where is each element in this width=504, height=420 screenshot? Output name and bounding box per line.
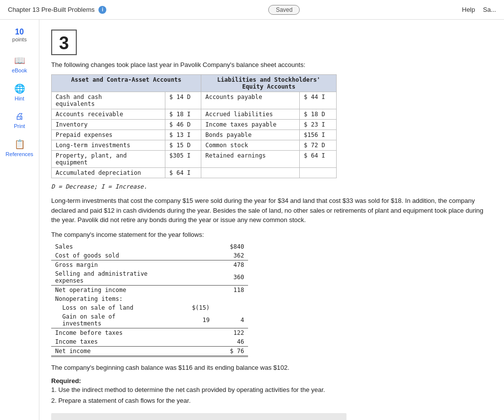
bs-row-4: Prepaid expenses $ 13 I Bonds payable $1… [52,130,337,140]
bs-left-label-6: Property, plant, andequipment [52,151,165,168]
is-label-taxes: Income taxes [51,337,179,347]
is-col2-netincome: $ 76 [214,346,248,356]
is-col1-loss-land: $(15) [179,303,214,312]
sidebar-item-references[interactable]: 📋 References [0,134,39,162]
is-row-nonop-header: Nonoperating items: [51,294,248,303]
bs-header-left: Asset and Contra-Asset Accounts [52,75,201,92]
bs-left-label-2: Accounts receivable [52,109,165,120]
content-area: 3 The following changes took place last … [39,20,504,420]
cta-box: Complete this question by entering your … [51,413,346,420]
bs-left-label-5: Long-term investments [52,140,165,151]
bs-right-label-5: Common stock [201,140,300,151]
is-row-gross: Gross margin 478 [51,260,248,269]
required-label: Required: [51,377,492,385]
bs-right-label-2: Accrued liabilities [201,109,300,120]
ebook-label: eBook [12,67,27,73]
is-col2-gross: 478 [214,260,248,269]
bs-row-2: Accounts receivable $ 18 I Accrued liabi… [52,109,337,120]
top-bar: Chapter 13 Pre-Built Problems i Saved He… [0,0,504,20]
is-col2-loss-land [214,303,248,312]
bs-row-1: Cash and cashequivalents $ 14 D Accounts… [52,92,337,109]
is-label-netincome: Net income [51,346,179,356]
bs-right-amt-2: $ 18 D [300,109,337,120]
bs-left-amt-1: $ 14 D [165,92,201,109]
print-icon: 🖨 [15,111,24,122]
is-col2-nonop-header [214,294,248,303]
is-col2-noi: 118 [214,285,248,294]
decrease-increase-note: D = Decrease; I = Increase. [51,183,492,190]
is-col2-ibt: 122 [214,328,248,337]
is-label-nonop-header: Nonoperating items: [51,294,179,303]
sidebar-item-hint[interactable]: 🌐 Hint [0,78,39,106]
is-row-taxes: Income taxes 46 [51,337,248,347]
bs-right-label-4: Bonds payable [201,130,300,140]
bs-right-amt-5: $ 72 D [300,140,337,151]
is-col2-taxes: 46 [214,337,248,347]
points-number: 10 [12,28,27,36]
bs-row-6: Property, plant, andequipment $305 I Ret… [52,151,337,168]
bs-row-5: Long-term investments $ 15 D Common stoc… [52,140,337,151]
is-col1-netincome [179,346,214,356]
bs-left-label-7: Accumulated depreciation [52,168,165,178]
print-label: Print [14,123,25,129]
is-row-sga: Selling and administrativeexpenses 360 [51,269,248,286]
references-icon: 📋 [14,139,25,150]
is-col1-gain-invest: 19 [179,312,214,328]
bs-left-amt-4: $ 13 I [165,130,201,140]
sidebar-item-ebook[interactable]: 📖 eBook [0,50,39,78]
is-row-loss-land: Loss on sale of land $(15) [51,303,248,312]
is-label-ibt: Income before taxes [51,328,179,337]
is-col2-gain-invest: 4 [214,312,248,328]
hint-label: Hint [15,96,25,101]
is-col1-sales [179,242,214,251]
bs-left-label-1: Cash and cashequivalents [52,92,165,109]
question-number: 3 [51,30,77,55]
bs-left-amt-2: $ 18 I [165,109,201,120]
income-statement-table: Sales $840 Cost of goods sold 362 Gross … [51,242,248,357]
bs-right-amt-6: $ 64 I [300,151,337,168]
required-item-2: 2. Prepare a statement of cash flows for… [51,395,492,406]
bs-header-right: Liabilities and Stockholders'Equity Acco… [201,75,337,92]
is-label-sales: Sales [51,242,179,251]
is-label-sga: Selling and administrativeexpenses [51,269,179,286]
info-icon[interactable]: i [98,6,106,14]
bs-right-amt-4: $156 I [300,130,337,140]
is-label-gain-invest: Gain on sale of investments [51,312,179,328]
bs-left-label-4: Prepaid expenses [52,130,165,140]
save-link[interactable]: Sa... [483,6,496,13]
is-col1-ibt [179,328,214,337]
points-label: points [12,36,27,42]
is-row-sales: Sales $840 [51,242,248,251]
is-col2-sales: $840 [214,242,248,251]
bs-right-label-1: Accounts payable [201,92,300,109]
bs-right-amt-3: $ 23 I [300,120,337,130]
is-row-cogs: Cost of goods sold 362 [51,251,248,260]
top-bar-right: Help Sa... [462,6,497,13]
bs-right-amt-empty [300,168,337,178]
bs-left-amt-6: $305 I [165,151,201,168]
main-layout: 10 points 📖 eBook 🌐 Hint 🖨 Print 📋 Refer… [0,20,504,420]
is-col1-taxes [179,337,214,347]
saved-badge-container: Saved [268,6,300,13]
bs-row-7: Accumulated depreciation $ 64 I [52,168,337,178]
required-item-1: 1. Use the indirect method to determine … [51,385,492,395]
help-link[interactable]: Help [462,6,475,13]
bs-left-amt-5: $ 15 D [165,140,201,151]
is-col1-cogs [179,251,214,260]
sidebar-item-print[interactable]: 🖨 Print [0,106,39,134]
is-col2-sga: 360 [214,269,248,286]
sidebar: 10 points 📖 eBook 🌐 Hint 🖨 Print 📋 Refer… [0,20,39,420]
is-col1-gross [179,260,214,269]
bs-right-label-empty [201,168,300,178]
is-row-gain-invest: Gain on sale of investments 19 4 [51,312,248,328]
is-row-netincome: Net income $ 76 [51,346,248,356]
is-label-noi: Net operating income [51,285,179,294]
narrative-text: Long-term investments that cost the comp… [51,196,492,225]
chapter-title: Chapter 13 Pre-Built Problems [8,6,94,13]
hint-icon: 🌐 [14,83,25,94]
ebook-icon: 📖 [14,55,25,66]
bs-row-3: Inventory $ 46 D Income taxes payable $ … [52,120,337,130]
is-col1-sga [179,269,214,286]
required-section: Required: 1. Use the indirect method to … [51,377,492,406]
bs-left-label-3: Inventory [52,120,165,130]
